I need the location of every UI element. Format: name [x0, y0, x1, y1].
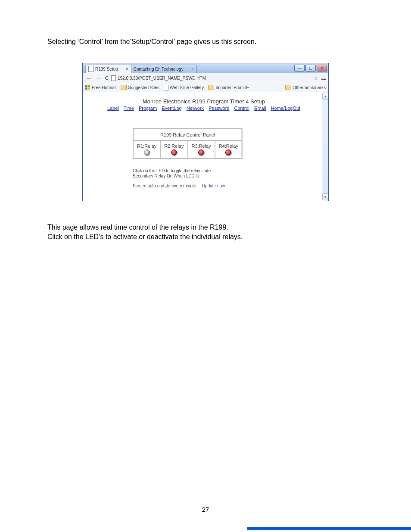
page-title: Monroe Electronics R199 Program Timer 4 … — [90, 98, 318, 105]
address-bar: ← → C 192.0.0.30/POST_USER_NAME_PSWD.HTM… — [83, 73, 328, 83]
nav-email[interactable]: Email — [254, 106, 266, 111]
bookmarks-bar: Free Hotmail Suggested Sites Web Slice G… — [83, 83, 328, 92]
relay-cell-4: R4:Relay — [215, 141, 242, 158]
nav-control[interactable]: Control — [234, 106, 249, 111]
relay-cell-3: R3:Relay — [188, 141, 215, 158]
bookmark-label: Web Slice Gallery — [170, 85, 204, 90]
relay-led-4[interactable] — [225, 149, 231, 156]
bookmark-imported-ie[interactable]: Imported From IE — [208, 85, 249, 90]
relay-panel-area: R199 Relay Control Panel R1:Relay R2:Rel… — [133, 128, 318, 196]
intro-text: Selecting ‘Control’ from the’Setup/Contr… — [47, 38, 364, 46]
page-icon — [111, 75, 116, 81]
url-text: 192.0.0.30/POST_USER_NAME_PSWD.HTM — [118, 76, 206, 81]
forward-button[interactable]: → — [95, 75, 103, 81]
panel-notes: Click on the LED to toggle the relay sta… — [133, 168, 318, 188]
note-update: Screen auto update every minute. Update … — [133, 184, 318, 188]
bookmark-other[interactable]: Other bookmarks — [285, 85, 326, 90]
window-titlebar: R199 Setup × Contacting En Technology × … — [83, 63, 328, 73]
nav-time[interactable]: Time — [124, 106, 134, 111]
relay-panel-title: R199 Relay Control Panel — [134, 129, 242, 141]
footer-stripe — [247, 527, 411, 530]
note-update-text: Screen auto update every minute. — [133, 184, 197, 188]
tab-label: Contacting En Technology — [134, 67, 184, 72]
bookmark-label: Other bookmarks — [293, 85, 326, 90]
folder-icon — [121, 85, 127, 90]
svg-rect-1 — [88, 85, 90, 87]
tab-strip: R199 Setup × Contacting En Technology × — [85, 65, 196, 73]
svg-rect-3 — [88, 87, 90, 90]
relay-cell-2: R2:Relay — [161, 141, 188, 158]
nav-home-logout[interactable]: Home/LogOut — [271, 106, 300, 111]
close-button[interactable]: x — [317, 65, 327, 72]
nav-network[interactable]: Network — [187, 106, 204, 111]
svg-rect-0 — [85, 85, 87, 87]
outro-line-1: This page allows real time control of th… — [47, 223, 364, 232]
relay-panel: R199 Relay Control Panel R1:Relay R2:Rel… — [133, 128, 243, 159]
page-icon — [164, 85, 168, 90]
close-tab-icon[interactable]: × — [126, 67, 128, 72]
maximize-button[interactable]: ▢ — [305, 65, 316, 72]
folder-icon — [285, 85, 291, 90]
nav-program[interactable]: Program — [139, 106, 157, 111]
bookmark-label: Imported From IE — [215, 85, 249, 90]
outro-line-2: Click on the LED’s to activate or deacti… — [47, 232, 364, 242]
scroll-down-icon[interactable]: ▾ — [322, 193, 328, 200]
outro-text: This page allows real time control of th… — [47, 223, 364, 241]
bookmark-suggested-sites[interactable]: Suggested Sites — [121, 85, 159, 90]
relay-label: R2:Relay — [164, 143, 184, 149]
tab-contacting[interactable]: Contacting En Technology × — [131, 65, 197, 73]
url-box[interactable]: 192.0.0.30/POST_USER_NAME_PSWD.HTM — [111, 75, 311, 81]
relay-label: R4:Relay — [219, 143, 238, 149]
browser-window: R199 Setup × Contacting En Technology × … — [82, 63, 329, 201]
close-tab-icon[interactable]: × — [191, 67, 194, 72]
bookmark-free-hotmail[interactable]: Free Hotmail — [85, 85, 116, 90]
relay-led-3[interactable] — [198, 149, 204, 156]
relay-cell-1: R1:Relay — [134, 141, 161, 158]
page-viewport: Monroe Electronics R199 Program Timer 4 … — [83, 92, 328, 201]
scroll-track[interactable] — [323, 100, 328, 193]
relay-label: R3:Relay — [192, 143, 211, 149]
relay-led-1[interactable] — [144, 149, 150, 156]
menu-icon[interactable] — [321, 77, 326, 80]
scrollbar[interactable]: ▴ ▾ — [322, 92, 328, 201]
update-now-link[interactable]: Update now — [202, 184, 225, 188]
page-content: Monroe Electronics R199 Program Timer 4 … — [83, 92, 328, 201]
scroll-up-icon[interactable]: ▴ — [322, 93, 328, 100]
tab-label: R199 Setup — [95, 67, 118, 72]
bookmark-label: Free Hotmail — [92, 85, 116, 90]
relay-led-2[interactable] — [171, 149, 177, 156]
nav-eventlog[interactable]: EventLog — [162, 106, 181, 111]
win-flag-icon — [85, 85, 90, 90]
note-toggle: Click on the LED to toggle the relay sta… — [133, 168, 318, 173]
folder-icon — [208, 85, 214, 90]
note-secondary: Secondary Relay On When LED lit — [133, 174, 318, 178]
window-controls: — ▢ x — [294, 65, 327, 72]
relay-row: R1:Relay R2:Relay R3:Relay — [134, 141, 242, 158]
page-icon — [88, 66, 93, 72]
tab-r199-setup[interactable]: R199 Setup × — [85, 65, 131, 73]
relay-label: R1:Relay — [137, 143, 156, 149]
nav-password[interactable]: Password — [209, 106, 229, 111]
bookmark-star-icon[interactable]: ☆ — [314, 75, 319, 81]
svg-rect-2 — [85, 87, 87, 90]
reload-button[interactable]: C — [105, 75, 109, 81]
minimize-button[interactable]: — — [294, 65, 305, 72]
nav-label[interactable]: Label — [107, 106, 119, 111]
back-button[interactable]: ← — [85, 75, 93, 81]
setup-nav: Label Time Program EventLog Network Pass… — [90, 106, 318, 111]
page-number: 27 — [0, 506, 411, 513]
bookmark-label: Suggested Sites — [128, 85, 159, 90]
bookmark-web-slice[interactable]: Web Slice Gallery — [164, 85, 204, 90]
